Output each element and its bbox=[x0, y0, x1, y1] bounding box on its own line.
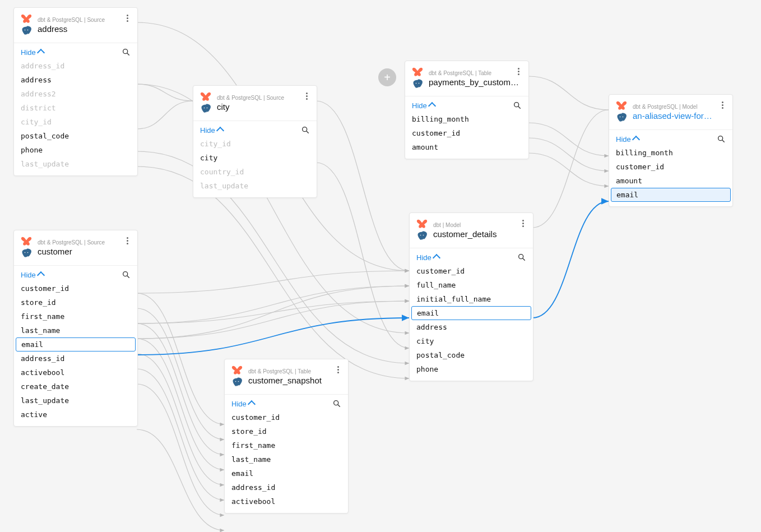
field-list: customer_idfull_nameinitial_full_nameema… bbox=[410, 264, 533, 381]
field-activebool[interactable]: activebool bbox=[225, 494, 348, 508]
field-full_name[interactable]: full_name bbox=[410, 278, 533, 292]
hide-button[interactable]: Hide bbox=[616, 135, 639, 144]
field-customer_id[interactable]: customer_id bbox=[405, 126, 528, 140]
field-email[interactable]: email bbox=[225, 466, 348, 480]
field-customer_id[interactable]: customer_id bbox=[609, 160, 732, 174]
hide-button[interactable]: Hide bbox=[416, 253, 439, 262]
icon-stack bbox=[21, 236, 32, 260]
field-activebool[interactable]: activebool bbox=[14, 366, 137, 380]
field-amount[interactable]: amount bbox=[609, 174, 732, 188]
field-email[interactable]: email bbox=[16, 337, 136, 351]
field-address[interactable]: address bbox=[14, 73, 137, 87]
field-phone[interactable]: phone bbox=[14, 143, 137, 157]
node-customer_snapshot[interactable]: dbt & PostgreSQL | Tablecustomer_snapsho… bbox=[224, 359, 349, 514]
field-postal_code[interactable]: postal_code bbox=[410, 348, 533, 362]
field-address_id[interactable]: address_id bbox=[225, 480, 348, 494]
node-controls: Hide bbox=[405, 96, 528, 112]
field-address_id[interactable]: address_id bbox=[14, 59, 137, 73]
field-email[interactable]: email bbox=[611, 188, 731, 202]
node-city[interactable]: dbt & PostgreSQL | SourcecityHidecity_id… bbox=[193, 85, 317, 198]
hide-button[interactable]: Hide bbox=[231, 400, 254, 408]
node-address[interactable]: dbt & PostgreSQL | SourceaddressHideaddr… bbox=[13, 7, 138, 176]
more-menu-icon[interactable] bbox=[301, 90, 312, 101]
edge bbox=[137, 166, 409, 378]
field-city_id[interactable]: city_id bbox=[14, 115, 137, 129]
more-menu-icon[interactable] bbox=[513, 66, 524, 77]
search-icon[interactable] bbox=[122, 270, 131, 279]
more-menu-icon[interactable] bbox=[122, 235, 133, 246]
field-last_update[interactable]: last_update bbox=[14, 157, 137, 171]
node-customer[interactable]: dbt & PostgreSQL | SourcecustomerHidecus… bbox=[13, 230, 138, 427]
search-icon[interactable] bbox=[513, 101, 522, 110]
search-icon[interactable] bbox=[122, 48, 131, 57]
hide-label: Hide bbox=[231, 400, 247, 408]
field-last_name[interactable]: last_name bbox=[225, 452, 348, 466]
search-icon[interactable] bbox=[717, 135, 726, 144]
node-title[interactable]: an-aliased-view-for… bbox=[633, 111, 726, 121]
svg-point-5 bbox=[207, 108, 208, 109]
edge bbox=[528, 138, 609, 171]
field-create_date[interactable]: create_date bbox=[14, 380, 137, 394]
field-customer_id[interactable]: customer_id bbox=[410, 264, 533, 278]
field-address_id[interactable]: address_id bbox=[14, 351, 137, 366]
chevron-up-icon bbox=[37, 49, 45, 57]
node-customer_details[interactable]: dbt | Modelcustomer_detailsHidecustomer_… bbox=[409, 212, 533, 381]
field-list: billing_monthcustomer_idamount bbox=[405, 112, 528, 159]
field-active[interactable]: active bbox=[14, 408, 137, 422]
hide-button[interactable]: Hide bbox=[200, 126, 223, 135]
edge bbox=[137, 301, 409, 339]
more-menu-icon[interactable] bbox=[122, 12, 133, 24]
svg-point-6 bbox=[303, 127, 307, 132]
node-payments[interactable]: dbt & PostgreSQL | Tablepayments_by_cust… bbox=[405, 61, 529, 159]
edge bbox=[316, 163, 409, 348]
more-menu-icon[interactable] bbox=[332, 364, 344, 375]
field-store_id[interactable]: store_id bbox=[225, 424, 348, 438]
svg-point-17 bbox=[27, 252, 29, 253]
field-address[interactable]: address bbox=[410, 320, 533, 334]
hide-button[interactable]: Hide bbox=[412, 101, 435, 110]
node-aliased[interactable]: dbt & PostgreSQL | Modelan-aliased-view-… bbox=[609, 94, 733, 207]
chevron-up-icon bbox=[428, 102, 436, 110]
field-billing_month[interactable]: billing_month bbox=[405, 112, 528, 126]
field-customer_id[interactable]: customer_id bbox=[14, 281, 137, 295]
hide-label: Hide bbox=[21, 48, 36, 57]
hide-button[interactable]: Hide bbox=[21, 48, 44, 57]
field-initial_full_name[interactable]: initial_full_name bbox=[410, 292, 533, 306]
node-title: payments_by_custome… bbox=[429, 77, 522, 87]
search-icon[interactable] bbox=[517, 253, 526, 262]
field-email[interactable]: email bbox=[411, 306, 531, 320]
edge bbox=[532, 110, 609, 228]
field-first_name[interactable]: first_name bbox=[225, 438, 348, 452]
node-controls: Hide bbox=[14, 266, 137, 281]
postgres-icon bbox=[412, 79, 423, 90]
field-postal_code[interactable]: postal_code bbox=[14, 129, 137, 143]
icon-stack bbox=[412, 67, 423, 90]
field-city_id[interactable]: city_id bbox=[193, 137, 317, 151]
node-meta: dbt & PostgreSQL | Source bbox=[38, 17, 131, 23]
chevron-up-icon bbox=[37, 271, 45, 279]
field-city[interactable]: city bbox=[410, 334, 533, 348]
search-icon[interactable] bbox=[332, 399, 341, 408]
search-icon[interactable] bbox=[301, 126, 310, 135]
field-district[interactable]: district bbox=[14, 101, 137, 115]
field-address2[interactable]: address2 bbox=[14, 87, 137, 101]
field-last_name[interactable]: last_name bbox=[14, 323, 137, 337]
more-menu-icon[interactable] bbox=[517, 218, 528, 229]
field-billing_month[interactable]: billing_month bbox=[609, 146, 732, 160]
svg-point-16 bbox=[25, 252, 26, 253]
field-country_id[interactable]: country_id bbox=[193, 165, 317, 179]
field-list: customer_idstore_idfirst_namelast_nameem… bbox=[225, 410, 348, 513]
field-amount[interactable]: amount bbox=[405, 140, 528, 154]
field-store_id[interactable]: store_id bbox=[14, 295, 137, 309]
field-last_update[interactable]: last_update bbox=[14, 394, 137, 408]
node-meta: dbt & PostgreSQL | Source bbox=[38, 239, 131, 246]
field-customer_id[interactable]: customer_id bbox=[225, 410, 348, 424]
field-last_update[interactable]: last_update bbox=[193, 179, 317, 193]
node-title: address bbox=[38, 24, 131, 34]
field-city[interactable]: city bbox=[193, 151, 317, 165]
more-menu-icon[interactable] bbox=[717, 99, 728, 110]
field-phone[interactable]: phone bbox=[410, 362, 533, 376]
add-node-button[interactable]: + bbox=[378, 68, 396, 86]
field-first_name[interactable]: first_name bbox=[14, 309, 137, 323]
hide-button[interactable]: Hide bbox=[21, 271, 44, 279]
